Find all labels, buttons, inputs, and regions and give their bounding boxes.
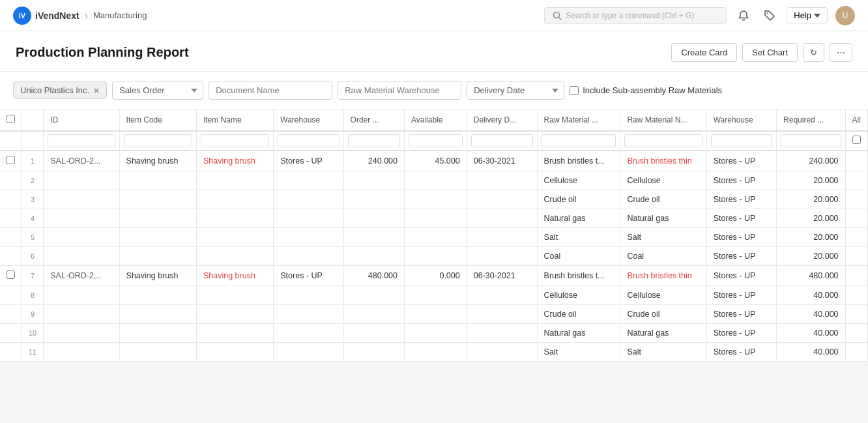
cell-item-name[interactable]: Shaving brush xyxy=(196,266,273,286)
filter-all-checkbox[interactable] xyxy=(850,136,863,144)
th-required[interactable]: Required ... xyxy=(777,109,846,131)
tf-item-name[interactable] xyxy=(196,131,273,151)
table-row: 4Natural gasNatural gasStores - UP20.000 xyxy=(0,209,868,228)
raw-material-warehouse-filter[interactable] xyxy=(338,81,461,100)
th-select-all[interactable] xyxy=(0,109,22,131)
row-checkbox-cell[interactable] xyxy=(0,305,22,324)
cell-item-name[interactable]: Shaving brush xyxy=(196,151,273,171)
row-checkbox-cell[interactable] xyxy=(0,247,22,266)
tf-item-code[interactable] xyxy=(119,131,196,151)
th-order-qty[interactable]: Order ... xyxy=(343,109,404,131)
tf-raw-mat-n[interactable] xyxy=(620,131,706,151)
row-checkbox[interactable] xyxy=(7,156,15,164)
row-checkbox-cell[interactable] xyxy=(0,151,22,171)
cell-raw-material: Crude oil xyxy=(537,305,620,324)
filter-raw-mat-input[interactable] xyxy=(542,134,616,147)
row-checkbox[interactable] xyxy=(7,270,15,279)
tf-warehouse[interactable] xyxy=(274,131,343,151)
filter-delivery-input[interactable] xyxy=(471,134,533,147)
cell-raw-material-name[interactable]: Brush bristles thin xyxy=(620,151,706,171)
document-name-filter[interactable] xyxy=(209,81,332,100)
row-checkbox-cell[interactable] xyxy=(0,171,22,190)
cell-id[interactable]: SAL-ORD-2... xyxy=(44,151,119,171)
search-bar[interactable]: Search or type a command (Ctrl + G) xyxy=(544,7,727,24)
cell-all xyxy=(845,266,867,286)
tf-delivery-d[interactable] xyxy=(467,131,537,151)
th-raw-mat-n[interactable]: Raw Material N... xyxy=(620,109,706,131)
tf-required[interactable] xyxy=(777,131,846,151)
filter-warehouse-input[interactable] xyxy=(278,134,339,147)
cell-item-code xyxy=(119,209,196,228)
tags-icon[interactable] xyxy=(760,7,779,25)
cell-id xyxy=(44,305,119,324)
tf-order-qty[interactable] xyxy=(343,131,404,151)
cell-required: 40.000 xyxy=(777,305,846,324)
tf-all[interactable] xyxy=(845,131,867,151)
filter-required-input[interactable] xyxy=(781,134,841,147)
cell-available: 45.000 xyxy=(404,151,467,171)
create-card-button[interactable]: Create Card xyxy=(671,43,737,62)
row-number: 1 xyxy=(22,151,44,171)
th-item-code[interactable]: Item Code xyxy=(119,109,196,131)
tf-wh2[interactable] xyxy=(706,131,776,151)
cell-id xyxy=(44,286,119,305)
filter-order-qty-input[interactable] xyxy=(348,134,400,147)
filter-wh2-input[interactable] xyxy=(711,134,772,147)
cell-id[interactable]: SAL-ORD-2... xyxy=(44,266,119,286)
tf-raw-mat[interactable] xyxy=(537,131,620,151)
row-checkbox-cell[interactable] xyxy=(0,286,22,305)
set-chart-button[interactable]: Set Chart xyxy=(742,43,798,62)
row-checkbox-cell[interactable] xyxy=(0,266,22,286)
table-row: 5SaltSaltStores - UP20.000 xyxy=(0,228,868,247)
filter-id-input[interactable] xyxy=(48,134,115,147)
sales-order-filter[interactable]: Sales Order xyxy=(112,81,203,100)
avatar[interactable]: U xyxy=(835,6,855,25)
filter-available-input[interactable] xyxy=(409,134,463,147)
breadcrumb-manufacturing[interactable]: Manufacturing xyxy=(93,10,147,20)
include-subassembly-checkbox[interactable] xyxy=(570,86,579,95)
more-options-button[interactable]: ⋯ xyxy=(830,43,852,62)
row-checkbox-cell[interactable] xyxy=(0,209,22,228)
row-checkbox-cell[interactable] xyxy=(0,324,22,343)
cell-item-code xyxy=(119,171,196,190)
notifications-icon[interactable] xyxy=(734,7,753,25)
topnav-left: iV iVendNext › Manufacturing xyxy=(13,7,147,25)
th-id[interactable]: ID xyxy=(44,109,119,131)
tf-available[interactable] xyxy=(404,131,467,151)
cell-all xyxy=(845,324,867,343)
th-item-name[interactable]: Item Name xyxy=(196,109,273,131)
select-all-checkbox[interactable] xyxy=(7,115,15,123)
cell-warehouse-2: Stores - UP xyxy=(706,286,776,305)
app-logo[interactable]: iV iVendNext xyxy=(13,7,80,25)
tf-id[interactable] xyxy=(44,131,119,151)
cell-id xyxy=(44,247,119,266)
cell-required: 20.000 xyxy=(777,171,846,190)
table-row: 9Crude oilCrude oilStores - UP40.000 xyxy=(0,305,868,324)
table-row: 6CoalCoalStores - UP20.000 xyxy=(0,247,868,266)
row-checkbox-cell[interactable] xyxy=(0,343,22,362)
cell-item-name xyxy=(196,228,273,247)
help-button[interactable]: Help xyxy=(787,7,828,23)
th-available[interactable]: Available xyxy=(404,109,467,131)
th-warehouse[interactable]: Warehouse xyxy=(274,109,343,131)
cell-item-code: Shaving brush xyxy=(119,266,196,286)
cell-raw-material-name[interactable]: Brush bristles thin xyxy=(620,266,706,286)
remove-company-icon[interactable] xyxy=(93,87,100,94)
filter-raw-mat-n-input[interactable] xyxy=(624,134,702,147)
row-checkbox-cell[interactable] xyxy=(0,190,22,209)
row-checkbox-cell[interactable] xyxy=(0,228,22,247)
company-filter[interactable]: Unico Plastics Inc. xyxy=(13,81,107,99)
refresh-button[interactable]: ↻ xyxy=(803,43,824,62)
table-row: 7SAL-ORD-2...Shaving brushShaving brushS… xyxy=(0,266,868,286)
delivery-date-filter[interactable]: Delivery Date xyxy=(467,81,564,100)
cell-delivery-date xyxy=(467,343,537,362)
th-wh2[interactable]: Warehouse xyxy=(706,109,776,131)
filter-item-name-input[interactable] xyxy=(201,134,269,147)
filter-item-code-input[interactable] xyxy=(124,134,192,147)
th-delivery-d[interactable]: Delivery D... xyxy=(467,109,537,131)
th-raw-mat[interactable]: Raw Material ... xyxy=(537,109,620,131)
cell-required: 480.000 xyxy=(777,266,846,286)
cell-item-code xyxy=(119,343,196,362)
include-subassembly-filter[interactable]: Include Sub-assembly Raw Materials xyxy=(570,85,722,95)
th-all[interactable]: All xyxy=(845,109,867,131)
